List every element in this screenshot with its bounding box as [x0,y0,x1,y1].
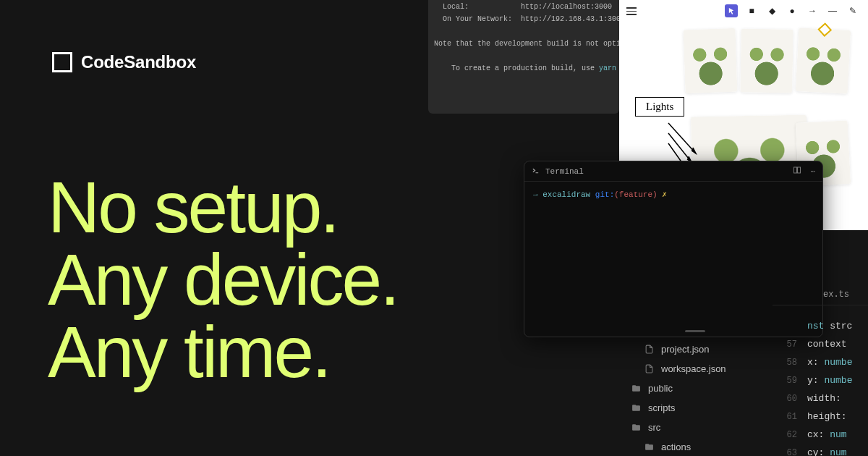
logo-icon [52,52,72,72]
filetree-item-label: project.json [661,344,709,355]
code-text: height: [807,411,847,422]
filetree-item-label: scripts [648,402,676,413]
canvas-label[interactable]: Lights [635,97,684,117]
devserver-note: Note that the development build is not o… [428,38,619,50]
split-icon[interactable] [793,166,801,177]
line-number: 57 [773,339,807,350]
editor-tab[interactable]: ex.ts [773,284,868,305]
code-line[interactable]: 60width: [773,389,868,408]
file-tree[interactable]: project.jsonworkspace.jsonpublicscriptss… [619,330,771,456]
code-line[interactable]: 58x: numbe [773,353,868,371]
tool-arrow[interactable]: → [806,4,819,17]
headline: No setup. Any device. Any time. [48,171,398,388]
filetree-folder-actions[interactable]: actions [619,437,771,456]
more-icon[interactable]: ⋯ [810,166,815,176]
canvas-card-selected[interactable] [796,28,851,94]
terminal-body[interactable]: → excalidraw git:(feature) ✗ [524,182,822,209]
code-editor[interactable]: ex.ts nst strc57context58x: numbe59y: nu… [773,284,868,456]
code-line[interactable]: 62cx: num [773,426,868,444]
hamburger-icon[interactable] [626,7,637,15]
line-number: 60 [773,394,807,404]
svg-rect-0 [794,167,797,173]
brand-name: CodeSandbox [81,52,196,72]
filetree-folder-public[interactable]: public [619,379,771,398]
headline-line-2: Any device. [48,243,398,316]
tool-circle[interactable]: ● [786,4,799,17]
file-icon [644,345,654,354]
terminal-git: git: [595,190,614,199]
canvas-card[interactable] [683,28,737,93]
tool-square[interactable]: ■ [745,4,758,17]
devserver-build-prefix: To create a production build, use [451,64,599,72]
filetree-folder-scripts[interactable]: scripts [619,398,771,418]
line-number: 58 [773,358,807,368]
filetree-file-project-json[interactable]: project.json [619,339,771,359]
code-line[interactable]: nst strc [773,317,868,335]
tool-diamond[interactable]: ◆ [765,4,778,17]
code-text: nst strc [807,321,852,332]
code-text: x: numbe [807,357,852,368]
terminal-header: Terminal ⋯ [524,161,822,182]
tool-line[interactable]: — [826,4,839,17]
code-line[interactable]: 61height: [773,408,868,426]
filetree-item-label: actions [661,442,691,452]
devserver-local: Local: http://localhost:3000 [428,1,619,13]
headline-line-1: No setup. [48,171,398,243]
code-text: context [807,339,847,350]
devserver-output: Local: http://localhost:3000 On Your Net… [428,0,619,114]
filetree-item-label: public [648,383,673,394]
headline-line-3: Any time. [48,316,398,388]
terminal-branch: feature [619,190,652,199]
file-icon [644,364,654,373]
terminal-prompt-icon [532,166,540,177]
filetree-item-label: workspace.json [661,363,726,374]
devserver-build: To create a production build, use yarn b… [428,50,619,87]
canvas-card[interactable] [740,28,793,93]
tool-pointer[interactable] [725,4,738,17]
line-number: 63 [773,448,807,457]
code-text: cx: num [807,429,847,440]
code-line[interactable]: 63cy: num [773,444,868,456]
folder-icon [644,442,654,452]
terminal-dir: excalidraw [542,190,590,199]
whiteboard-toolbar: ■ ◆ ● → — ✎ [725,4,859,17]
terminal-title: Terminal [545,167,584,176]
folder-icon [631,423,641,432]
folder-icon [631,384,641,393]
tool-pencil[interactable]: ✎ [846,4,859,17]
devserver-network: On Your Network: http://192.168.43.1:300… [428,13,619,25]
filetree-file-workspace-json[interactable]: workspace.json [619,359,771,379]
line-number: 62 [773,430,807,440]
filetree-item-label: src [648,422,660,433]
panel-handle[interactable] [685,330,705,332]
code-text: cy: num [807,447,847,456]
code-text: width: [807,393,847,404]
svg-rect-1 [798,167,801,173]
code-line[interactable]: 59y: numbe [773,371,868,389]
line-number: 59 [773,376,807,386]
filetree-folder-src[interactable]: src [619,418,771,437]
brand-logo: CodeSandbox [52,52,196,72]
folder-icon [631,403,641,413]
line-number: 61 [773,412,807,422]
code-text: y: numbe [807,375,852,386]
code-line[interactable]: 57context [773,335,868,353]
